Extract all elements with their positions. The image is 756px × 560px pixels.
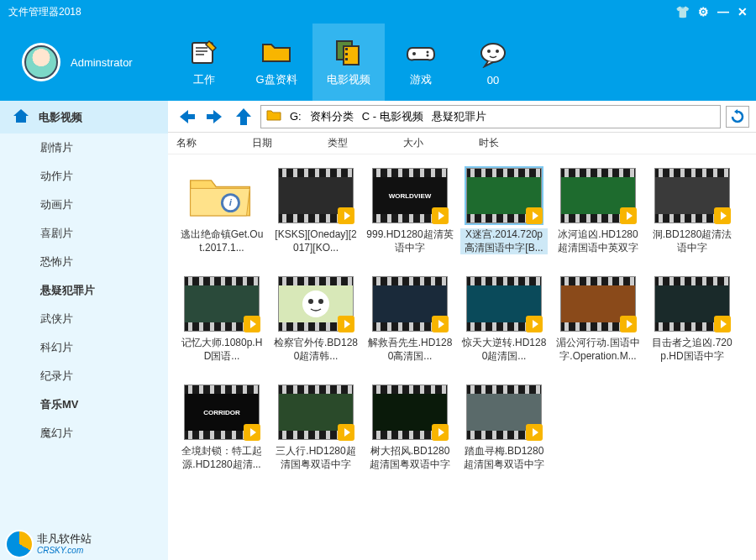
sidebar-item[interactable]: 纪录片 <box>0 362 168 390</box>
thumbnail: i <box>184 168 260 223</box>
sidebar-item[interactable]: 动作片 <box>0 162 168 191</box>
video-item[interactable]: X迷宫.2014.720p高清国语中字[B... <box>457 165 551 258</box>
tab-games[interactable]: 游戏 <box>385 24 457 101</box>
svg-point-18 <box>302 290 329 317</box>
tab-label: 00 <box>487 74 499 86</box>
window-title: 文件管理器2018 <box>8 5 675 19</box>
col-type[interactable]: 类型 <box>328 136 403 150</box>
up-button[interactable] <box>232 105 255 128</box>
tab-label: G盘资料 <box>255 72 297 87</box>
sidebar-item[interactable]: 科幻片 <box>0 333 168 362</box>
play-badge-icon <box>620 207 637 224</box>
path-seg2: C - 电影视频 <box>362 109 423 124</box>
video-item[interactable]: 洞.BD1280超清法语中字 <box>645 165 739 258</box>
item-label: 记忆大师.1080p.HD国语... <box>178 337 265 363</box>
back-button[interactable] <box>175 105 198 128</box>
avatar[interactable] <box>22 43 60 81</box>
video-item[interactable]: CORRIDOR全境封锁：特工起源.HD1280超清... <box>175 381 269 474</box>
svg-point-10 <box>427 51 429 54</box>
video-item[interactable]: 冰河追凶.HD1280超清国语中英双字 <box>551 165 645 258</box>
video-item[interactable]: 目击者之追凶.720p.HD国语中字 <box>645 273 739 366</box>
item-label: 湄公河行动.国语中字.Operation.M... <box>554 337 642 363</box>
item-label: 检察官外传.BD1280超清韩... <box>272 337 360 363</box>
video-item[interactable]: [KSKS][Oneday][2017][KO... <box>269 165 363 258</box>
path-seg1: 资料分类 <box>310 109 354 124</box>
video-item[interactable]: 树大招风.BD1280超清国粤双语中字 <box>363 381 457 474</box>
sidebar-item[interactable]: 恐怖片 <box>0 248 168 276</box>
video-item[interactable]: 检察官外传.BD1280超清韩... <box>269 273 363 366</box>
item-label: 999.HD1280超清英语中字 <box>366 228 454 254</box>
tab-label: 电影视频 <box>327 72 370 87</box>
tab-gdisk[interactable]: G盘资料 <box>240 24 312 101</box>
thumbnail: CORRIDOR <box>184 385 260 440</box>
film-icon <box>332 37 365 67</box>
video-item[interactable]: 踏血寻梅.BD1280超清国粤双语中字 <box>457 381 551 474</box>
video-item[interactable]: 湄公河行动.国语中字.Operation.M... <box>551 273 645 366</box>
gamepad-icon <box>404 37 438 67</box>
forward-button[interactable] <box>203 105 227 128</box>
play-badge-icon <box>338 316 354 332</box>
sidebar-item[interactable]: 剧情片 <box>0 133 168 162</box>
thumbnail <box>654 276 730 332</box>
tab-oo[interactable]: 00 <box>457 24 529 101</box>
svg-point-9 <box>412 52 416 55</box>
video-item[interactable]: 解救吾先生.HD1280高清国... <box>363 273 457 366</box>
sidebar-item[interactable]: 悬疑犯罪片 <box>0 276 168 305</box>
col-name[interactable]: 名称 <box>176 136 252 150</box>
play-badge-icon <box>714 207 731 224</box>
main-area: G: 资料分类 C - 电影视频 悬疑犯罪片 名称 日期 类型 大小 时长 i逃… <box>168 101 756 560</box>
video-item[interactable]: 三人行.HD1280超清国粤双语中字 <box>269 381 363 474</box>
home-icon <box>12 107 30 127</box>
play-badge-icon <box>244 316 260 332</box>
title-bar: 文件管理器2018 👕 ⚙ — ✕ <box>0 0 756 24</box>
folder-item[interactable]: i逃出绝命镇Get.Out.2017.1... <box>175 165 269 258</box>
sidebar-item[interactable]: 武侠片 <box>0 305 168 333</box>
sidebar-item[interactable]: 音乐MV <box>0 390 168 419</box>
path-box[interactable]: G: 资料分类 C - 电影视频 悬疑犯罪片 <box>260 105 721 128</box>
sidebar-item[interactable]: 魔幻片 <box>0 419 168 447</box>
col-date[interactable]: 日期 <box>252 136 328 150</box>
video-item[interactable]: WORLDVIEW999.HD1280超清英语中字 <box>363 165 457 258</box>
item-label: 踏血寻梅.BD1280超清国粤双语中字 <box>460 445 548 471</box>
tab-label: 工作 <box>193 72 215 87</box>
svg-rect-7 <box>345 53 348 55</box>
header: Adminstrator 工作 G盘资料 电影视频 <box>0 24 756 101</box>
thumbnail <box>372 276 448 332</box>
settings-icon[interactable]: ⚙ <box>698 5 709 18</box>
tab-work[interactable]: 工作 <box>168 24 240 101</box>
tab-label: 游戏 <box>410 72 432 87</box>
item-label: 三人行.HD1280超清国粤双语中字 <box>272 445 360 471</box>
play-badge-icon <box>526 424 543 441</box>
thumbnail <box>278 168 354 223</box>
svg-point-14 <box>496 50 499 53</box>
play-badge-icon <box>432 424 449 441</box>
refresh-button[interactable] <box>726 106 749 128</box>
user-area: Adminstrator <box>0 43 168 81</box>
shirt-icon[interactable]: 👕 <box>675 5 690 18</box>
window-controls: 👕 ⚙ — ✕ <box>675 5 748 18</box>
thumbnail <box>372 385 448 440</box>
sidebar-item[interactable]: 动画片 <box>0 191 168 219</box>
folder-icon <box>260 37 293 67</box>
col-duration[interactable]: 时长 <box>479 136 554 150</box>
item-label: 目击者之追凶.720p.HD国语中字 <box>648 337 736 363</box>
col-size[interactable]: 大小 <box>403 136 479 150</box>
tabs: 工作 G盘资料 电影视频 游戏 <box>168 24 529 101</box>
close-icon[interactable]: ✕ <box>738 5 748 18</box>
notepad-icon <box>187 37 221 67</box>
svg-point-11 <box>427 55 429 57</box>
sidebar-item[interactable]: 喜剧片 <box>0 219 168 248</box>
chat-icon <box>476 39 510 69</box>
svg-rect-8 <box>345 58 348 60</box>
play-badge-icon <box>432 207 449 224</box>
tab-movies[interactable]: 电影视频 <box>312 24 385 101</box>
thumbnail: WORLDVIEW <box>372 168 448 223</box>
svg-point-13 <box>487 50 491 53</box>
minimize-icon[interactable]: — <box>717 5 729 18</box>
video-item[interactable]: 记忆大师.1080p.HD国语... <box>175 273 269 366</box>
watermark-logo-icon <box>5 530 34 558</box>
video-item[interactable]: 惊天大逆转.HD1280超清国... <box>457 273 551 366</box>
watermark: 非凡软件站 CRSKY.com <box>5 530 92 558</box>
sidebar-header[interactable]: 电影视频 <box>0 101 168 133</box>
play-badge-icon <box>526 316 543 332</box>
